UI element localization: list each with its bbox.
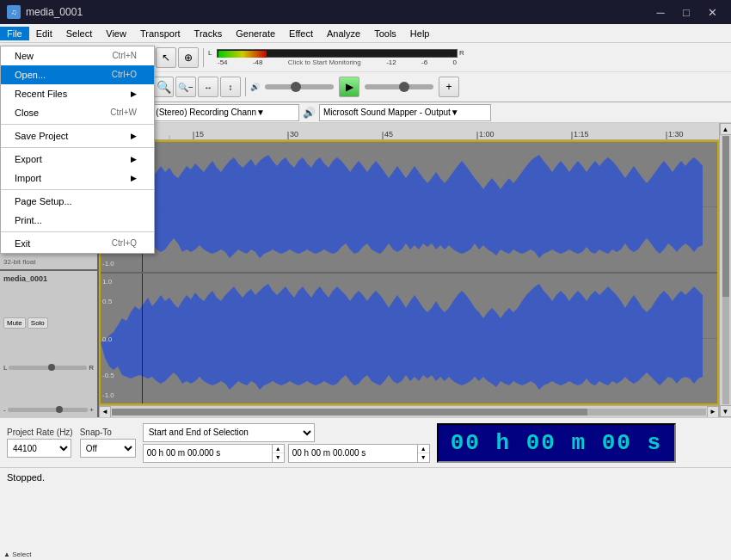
zoom-tool[interactable]: ↖ [156,47,176,68]
menu-file[interactable]: File [0,27,29,40]
scroll-up-button[interactable]: ▲ [720,123,732,135]
channels-select[interactable]: 2 (Stereo) Recording Chann ▼ [144,104,299,121]
add-button[interactable]: + [439,77,459,97]
left-meter[interactable] [217,49,458,58]
h-scrollbar[interactable]: ◄ ► [99,405,719,417]
output-device-select[interactable]: Microsoft Sound Mapper - Output ▼ [319,104,491,121]
scroll-right-button[interactable]: ► [707,406,719,418]
scrollbar-track[interactable] [112,409,706,415]
timeline-ruler: 15 30 45 1:00 1:15 1:30 [99,123,719,140]
menu-tools[interactable]: Tools [367,24,403,42]
close-button[interactable]: ✕ [700,3,724,21]
snap-to-select[interactable]: Off On [80,439,136,458]
window-title: media_0001 [26,6,83,18]
menu-recent-files[interactable]: Recent Files [1,84,154,103]
waveform-track-2[interactable]: 1.0 0.5 0.0 -0.5 -1.0 [101,274,717,403]
menu-export[interactable]: Export [1,150,154,169]
track-pan-slider-2[interactable] [9,366,87,370]
divider-3 [1,189,154,190]
timeline-svg: 15 30 45 1:00 1:15 1:30 [99,123,719,140]
menu-print[interactable]: Print... [1,211,154,230]
start-down[interactable]: ▼ [273,453,284,462]
play-button-green[interactable]: ▶ [339,77,359,97]
menu-tracks[interactable]: Tracks [187,24,230,42]
v-scrollbar-track[interactable] [722,136,729,404]
volume-slider[interactable] [265,84,334,89]
time-inputs: 00 h 00 m 00.000 s ▲ ▼ 00 h 00 m 00.000 … [143,444,430,463]
end-up[interactable]: ▲ [418,445,429,454]
level-meters: L R -54-48 Click to Start Monitoring -12… [208,49,466,66]
selection-group: Start and End of Selection Start and Len… [143,423,430,463]
menu-select[interactable]: Select [59,24,100,42]
track-gain-slider-2[interactable] [8,408,89,412]
menu-generate[interactable]: Generate [229,24,282,42]
speed-thumb [399,82,409,92]
menu-edit[interactable]: Edit [29,24,59,42]
menu-transport[interactable]: Transport [133,24,187,42]
waveform-track-1[interactable]: 1.0 0.5 -0.5 -1.0 [101,142,717,274]
menu-save-project[interactable]: Save Project [1,126,154,145]
project-rate-group: Project Rate (Hz) 44100 48000 22050 [7,428,73,458]
selection-type-select[interactable]: Start and End of Selection Start and Len… [143,423,315,442]
v-scrollbar-thumb[interactable] [722,136,729,297]
scale2-1-0: 1.0 [102,278,112,286]
v-scrollbar[interactable]: ▲ ▼ [719,123,731,417]
start-up[interactable]: ▲ [273,445,284,454]
menu-view[interactable]: View [99,24,133,42]
title-bar: ♫ media_0001 ─ □ ✕ [0,0,731,24]
separator-5 [245,77,246,96]
project-rate-select[interactable]: 44100 48000 22050 [7,439,71,458]
cursor-line-2 [142,274,143,403]
l-label: L [208,49,215,57]
divider-1 [1,124,154,125]
zoom-fit-button[interactable]: ↔ [198,77,218,97]
scale2-neg-1-0: -1.0 [102,391,114,399]
scroll-left-button[interactable]: ◄ [99,406,111,418]
menu-exit[interactable]: Exit Ctrl+Q [1,234,154,253]
zoom-out-button[interactable]: 🔍− [175,77,196,97]
svg-text:1:30: 1:30 [668,130,684,138]
volume-icon: 🔊 [250,83,260,91]
end-down[interactable]: ▼ [418,453,429,462]
end-time-spinner[interactable]: ▲ ▼ [417,445,429,462]
scale2-neg-0-5: -0.5 [102,372,114,379]
waveform-tracks-area[interactable]: 1.0 0.5 -0.5 -1.0 1.0 0.5 0.0 -0.5 [99,140,719,405]
track-volume-2: L R [3,364,94,372]
project-rate-label: Project Rate (Hz) [7,428,73,437]
scale2-0-0: 0.0 [102,335,112,343]
meter-scale-row: -54-48 Click to Start Monitoring -12-60 [208,58,466,66]
lr-labels: L R [208,49,466,58]
start-time-input[interactable]: 00 h 00 m 00.000 s ▲ ▼ [143,444,285,463]
maximize-button[interactable]: □ [674,3,698,21]
end-time-input[interactable]: 00 h 00 m 00.000 s ▲ ▼ [288,444,430,463]
menu-open[interactable]: Open... Ctrl+O [1,65,154,84]
solo-button-2[interactable]: Solo [28,317,48,329]
meter-scale: -54-48 Click to Start Monitoring -12-60 [217,58,458,66]
menu-import[interactable]: Import [1,169,154,188]
start-time-spinner[interactable]: ▲ ▼ [272,445,284,462]
scrollbar-thumb[interactable] [112,409,587,415]
waveform-container: 15 30 45 1:00 1:15 1:30 [99,123,719,417]
time-display: 00 h 00 m 00 s [437,423,676,463]
menu-page-setup[interactable]: Page Setup... [1,192,154,211]
divider-2 [1,147,154,148]
pan-thumb-2 [48,364,55,371]
svg-text:45: 45 [384,130,393,138]
file-menu-container: File New Ctrl+N Open... Ctrl+O Recent Fi… [0,27,29,40]
time-shift-tool[interactable]: ⊕ [178,47,199,68]
zoom-in-button[interactable]: 🔍 [153,77,174,97]
output-icon: 🔊 [303,107,316,119]
app-icon: ♫ [7,5,21,19]
menu-effect[interactable]: Effect [282,24,320,42]
svg-text:30: 30 [290,130,298,138]
r-label: R [459,49,466,57]
menu-analyze[interactable]: Analyze [320,24,367,42]
zoom-selection-button[interactable]: ↕ [220,77,241,97]
scroll-down-button[interactable]: ▼ [720,405,732,417]
speed-slider[interactable] [365,84,433,89]
menu-new[interactable]: New Ctrl+N [1,46,154,65]
menu-close[interactable]: Close Ctrl+W [1,103,154,122]
menu-help[interactable]: Help [403,24,437,42]
minimize-button[interactable]: ─ [648,3,673,21]
mute-button-2[interactable]: Mute [3,317,26,329]
